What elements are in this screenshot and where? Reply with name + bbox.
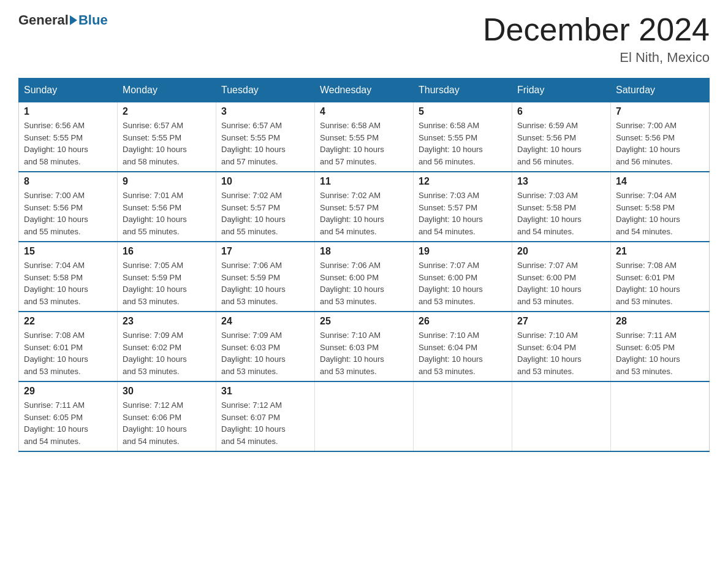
day-number: 9 <box>123 176 211 187</box>
table-row <box>512 381 611 451</box>
day-info: Sunrise: 7:01 AM Sunset: 5:56 PM Dayligh… <box>123 190 211 237</box>
page-header: General Blue December 2024 El Nith, Mexi… <box>18 12 710 66</box>
table-row: 24 Sunrise: 7:09 AM Sunset: 6:03 PM Dayl… <box>216 312 315 381</box>
logo-arrow-icon <box>70 15 77 25</box>
col-wednesday: Wednesday <box>315 79 414 102</box>
day-info: Sunrise: 6:58 AM Sunset: 5:55 PM Dayligh… <box>320 120 408 167</box>
day-number: 15 <box>24 246 112 257</box>
day-number: 20 <box>517 246 605 257</box>
table-row: 5 Sunrise: 6:58 AM Sunset: 5:55 PM Dayli… <box>414 102 512 172</box>
table-row: 16 Sunrise: 7:05 AM Sunset: 5:59 PM Dayl… <box>118 242 216 312</box>
day-number: 27 <box>517 316 605 327</box>
table-row: 28 Sunrise: 7:11 AM Sunset: 6:05 PM Dayl… <box>611 312 710 381</box>
page-subtitle: El Nith, Mexico <box>483 50 710 66</box>
day-number: 19 <box>419 246 507 257</box>
day-info: Sunrise: 7:02 AM Sunset: 5:57 PM Dayligh… <box>221 190 309 237</box>
day-info: Sunrise: 7:00 AM Sunset: 5:56 PM Dayligh… <box>616 120 704 167</box>
day-info: Sunrise: 7:08 AM Sunset: 6:01 PM Dayligh… <box>616 259 704 307</box>
day-info: Sunrise: 7:09 AM Sunset: 6:02 PM Dayligh… <box>123 329 211 377</box>
table-row: 29 Sunrise: 7:11 AM Sunset: 6:05 PM Dayl… <box>19 381 118 451</box>
day-info: Sunrise: 7:04 AM Sunset: 5:58 PM Dayligh… <box>616 190 704 237</box>
day-info: Sunrise: 7:06 AM Sunset: 6:00 PM Dayligh… <box>320 259 408 307</box>
col-sunday: Sunday <box>19 79 118 102</box>
table-row: 27 Sunrise: 7:10 AM Sunset: 6:04 PM Dayl… <box>512 312 611 381</box>
day-number: 28 <box>616 316 704 327</box>
day-number: 6 <box>517 106 605 117</box>
col-monday: Monday <box>118 79 216 102</box>
table-row <box>611 381 710 451</box>
day-info: Sunrise: 7:07 AM Sunset: 6:00 PM Dayligh… <box>419 259 507 307</box>
table-row: 2 Sunrise: 6:57 AM Sunset: 5:55 PM Dayli… <box>118 102 216 172</box>
day-number: 21 <box>616 246 704 257</box>
day-info: Sunrise: 6:57 AM Sunset: 5:55 PM Dayligh… <box>221 120 309 167</box>
day-info: Sunrise: 7:03 AM Sunset: 5:57 PM Dayligh… <box>419 190 507 237</box>
day-info: Sunrise: 7:09 AM Sunset: 6:03 PM Dayligh… <box>221 329 309 377</box>
day-info: Sunrise: 7:11 AM Sunset: 6:05 PM Dayligh… <box>616 329 704 377</box>
day-number: 23 <box>123 316 211 327</box>
title-block: December 2024 El Nith, Mexico <box>483 12 710 66</box>
day-info: Sunrise: 7:06 AM Sunset: 5:59 PM Dayligh… <box>221 259 309 307</box>
calendar-week-row: 8 Sunrise: 7:00 AM Sunset: 5:56 PM Dayli… <box>19 172 710 242</box>
table-row: 26 Sunrise: 7:10 AM Sunset: 6:04 PM Dayl… <box>414 312 512 381</box>
table-row: 6 Sunrise: 6:59 AM Sunset: 5:56 PM Dayli… <box>512 102 611 172</box>
table-row: 30 Sunrise: 7:12 AM Sunset: 6:06 PM Dayl… <box>118 381 216 451</box>
day-info: Sunrise: 6:59 AM Sunset: 5:56 PM Dayligh… <box>517 120 605 167</box>
day-info: Sunrise: 7:10 AM Sunset: 6:04 PM Dayligh… <box>419 329 507 377</box>
day-number: 30 <box>123 386 211 397</box>
table-row <box>414 381 512 451</box>
table-row: 8 Sunrise: 7:00 AM Sunset: 5:56 PM Dayli… <box>19 172 118 242</box>
col-friday: Friday <box>512 79 611 102</box>
day-info: Sunrise: 7:08 AM Sunset: 6:01 PM Dayligh… <box>24 329 112 377</box>
day-number: 29 <box>24 386 112 397</box>
day-info: Sunrise: 7:03 AM Sunset: 5:58 PM Dayligh… <box>517 190 605 237</box>
table-row: 3 Sunrise: 6:57 AM Sunset: 5:55 PM Dayli… <box>216 102 315 172</box>
day-info: Sunrise: 7:10 AM Sunset: 6:04 PM Dayligh… <box>517 329 605 377</box>
table-row: 1 Sunrise: 6:56 AM Sunset: 5:55 PM Dayli… <box>19 102 118 172</box>
page-title: December 2024 <box>483 12 710 47</box>
table-row: 18 Sunrise: 7:06 AM Sunset: 6:00 PM Dayl… <box>315 242 414 312</box>
day-number: 31 <box>221 386 309 397</box>
calendar-week-row: 29 Sunrise: 7:11 AM Sunset: 6:05 PM Dayl… <box>19 381 710 451</box>
col-saturday: Saturday <box>611 79 710 102</box>
table-row: 13 Sunrise: 7:03 AM Sunset: 5:58 PM Dayl… <box>512 172 611 242</box>
day-number: 11 <box>320 176 408 187</box>
day-number: 16 <box>123 246 211 257</box>
table-row: 21 Sunrise: 7:08 AM Sunset: 6:01 PM Dayl… <box>611 242 710 312</box>
day-info: Sunrise: 7:11 AM Sunset: 6:05 PM Dayligh… <box>24 399 112 447</box>
col-tuesday: Tuesday <box>216 79 315 102</box>
day-info: Sunrise: 7:12 AM Sunset: 6:07 PM Dayligh… <box>221 399 309 447</box>
calendar-week-row: 15 Sunrise: 7:04 AM Sunset: 5:58 PM Dayl… <box>19 242 710 312</box>
day-number: 17 <box>221 246 309 257</box>
day-number: 4 <box>320 106 408 117</box>
col-thursday: Thursday <box>414 79 512 102</box>
table-row: 15 Sunrise: 7:04 AM Sunset: 5:58 PM Dayl… <box>19 242 118 312</box>
table-row: 31 Sunrise: 7:12 AM Sunset: 6:07 PM Dayl… <box>216 381 315 451</box>
day-info: Sunrise: 7:12 AM Sunset: 6:06 PM Dayligh… <box>123 399 211 447</box>
table-row <box>315 381 414 451</box>
table-row: 22 Sunrise: 7:08 AM Sunset: 6:01 PM Dayl… <box>19 312 118 381</box>
day-info: Sunrise: 7:07 AM Sunset: 6:00 PM Dayligh… <box>517 259 605 307</box>
day-number: 13 <box>517 176 605 187</box>
day-number: 1 <box>24 106 112 117</box>
day-number: 25 <box>320 316 408 327</box>
day-number: 10 <box>221 176 309 187</box>
day-number: 18 <box>320 246 408 257</box>
calendar-week-row: 22 Sunrise: 7:08 AM Sunset: 6:01 PM Dayl… <box>19 312 710 381</box>
table-row: 19 Sunrise: 7:07 AM Sunset: 6:00 PM Dayl… <box>414 242 512 312</box>
day-number: 8 <box>24 176 112 187</box>
day-info: Sunrise: 7:04 AM Sunset: 5:58 PM Dayligh… <box>24 259 112 307</box>
day-info: Sunrise: 7:02 AM Sunset: 5:57 PM Dayligh… <box>320 190 408 237</box>
logo-blue-text: Blue <box>78 12 108 28</box>
table-row: 11 Sunrise: 7:02 AM Sunset: 5:57 PM Dayl… <box>315 172 414 242</box>
day-number: 3 <box>221 106 309 117</box>
table-row: 17 Sunrise: 7:06 AM Sunset: 5:59 PM Dayl… <box>216 242 315 312</box>
day-info: Sunrise: 6:56 AM Sunset: 5:55 PM Dayligh… <box>24 120 112 167</box>
day-number: 7 <box>616 106 704 117</box>
day-number: 12 <box>419 176 507 187</box>
table-row: 9 Sunrise: 7:01 AM Sunset: 5:56 PM Dayli… <box>118 172 216 242</box>
day-info: Sunrise: 6:57 AM Sunset: 5:55 PM Dayligh… <box>123 120 211 167</box>
calendar-table: Sunday Monday Tuesday Wednesday Thursday… <box>18 78 710 452</box>
day-info: Sunrise: 6:58 AM Sunset: 5:55 PM Dayligh… <box>419 120 507 167</box>
day-number: 5 <box>419 106 507 117</box>
logo: General Blue <box>18 12 108 28</box>
